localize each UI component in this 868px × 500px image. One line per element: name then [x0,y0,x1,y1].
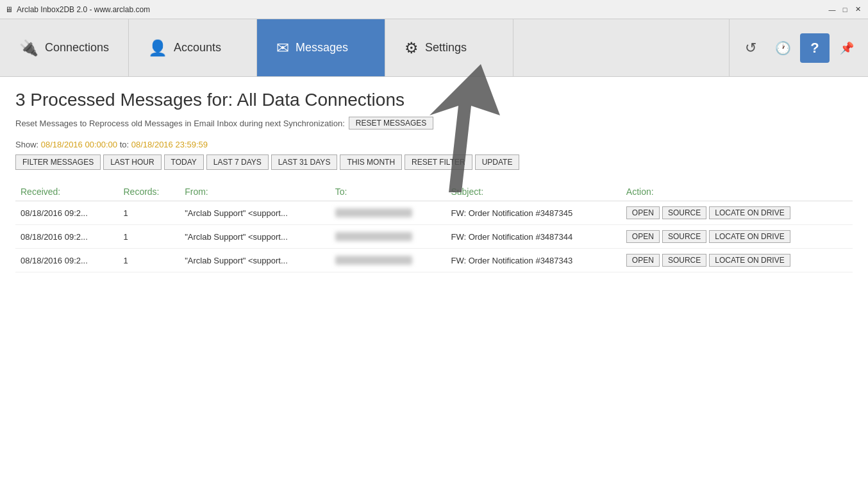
page-title: 3 Processed Messages for: All Data Conne… [15,90,853,110]
col-received: Received: [15,183,118,201]
cell-actions-2: OPENSOURCELOCATE ON DRIVE [621,249,853,272]
open-button-1[interactable]: OPEN [626,230,660,243]
reset-messages-button[interactable]: RESET MESSAGES [349,117,433,129]
tab-messages[interactable]: ✉ Messages [257,19,385,76]
close-button[interactable]: ✕ [853,4,863,15]
tab-messages-label: Messages [296,41,348,54]
last-hour-button[interactable]: LAST HOUR [103,154,161,170]
table-row: 08/18/2016 09:2...1"Arclab Support" <sup… [15,201,853,225]
tab-accounts[interactable]: 👤 Accounts [129,19,257,76]
cell-to-1: hidden@email.com [330,225,446,249]
restore-button[interactable]: □ [840,4,850,15]
date-to: 08/18/2016 23:59:59 [131,140,208,149]
messages-table: Received: Records: From: To: Subject: Ac… [15,183,853,272]
tab-connections[interactable]: 🔌 Connections [0,19,129,76]
titlebar: 🖥 Arclab Inbox2DB 2.0 - www.arclab.com —… [0,0,868,19]
tab-connections-label: Connections [45,41,109,54]
main-toolbar: 🔌 Connections 👤 Accounts ✉ Messages ⚙ Se… [0,19,868,77]
show-label: Show: [15,140,38,149]
cell-to-2: hidden@email.com [330,249,446,272]
cell-records-0[interactable]: 1 [118,201,179,225]
source-button-1[interactable]: SOURCE [662,230,706,243]
tab-settings[interactable]: ⚙ Settings [385,19,513,76]
settings-icon: ⚙ [405,39,419,57]
locate-on-drive-button-0[interactable]: LOCATE ON DRIVE [709,206,790,219]
filter-messages-button[interactable]: FILTER MESSAGES [15,154,101,170]
cell-from-1: "Arclab Support" <support... [179,225,330,249]
date-range-line: Show: 08/18/2016 00:00:00 to: 08/18/2016… [15,140,853,149]
app-title: Arclab Inbox2DB 2.0 - www.arclab.com [17,5,150,14]
table-header-row: Received: Records: From: To: Subject: Ac… [15,183,853,201]
filter-bar: FILTER MESSAGES LAST HOUR TODAY LAST 7 D… [15,154,853,170]
cell-records-2[interactable]: 1 [118,249,179,272]
minimize-button[interactable]: — [827,4,837,15]
cell-to-0: hidden@email.com [330,201,446,225]
col-records: Records: [118,183,179,201]
cell-from-2: "Arclab Support" <support... [179,249,330,272]
toolbar-action-group: ↺ 🕐 ? 📌 [729,19,868,76]
help-button[interactable]: ? [800,33,830,63]
main-content: 3 Processed Messages for: All Data Conne… [0,77,868,500]
this-month-button[interactable]: THIS MONTH [340,154,402,170]
source-button-0[interactable]: SOURCE [662,206,706,219]
tab-settings-label: Settings [425,41,467,54]
update-button[interactable]: UPDATE [475,154,520,170]
locate-on-drive-button-2[interactable]: LOCATE ON DRIVE [709,254,790,267]
cell-subject-0: FW: Order Notification #3487345 [446,201,621,225]
table-row: 08/18/2016 09:2...1"Arclab Support" <sup… [15,249,853,272]
sync-button[interactable]: ↺ [736,33,765,63]
reset-filter-button[interactable]: RESET FILTER [405,154,472,170]
locate-on-drive-button-1[interactable]: LOCATE ON DRIVE [709,230,790,243]
connections-icon: 🔌 [19,39,38,57]
cell-records-1[interactable]: 1 [118,225,179,249]
app-icon: 🖥 [5,5,13,14]
cell-actions-1: OPENSOURCELOCATE ON DRIVE [621,225,853,248]
today-button[interactable]: TODAY [164,154,204,170]
cell-received-0: 08/18/2016 09:2... [15,201,118,225]
cell-subject-1: FW: Order Notification #3487344 [446,225,621,249]
reset-line: Reset Messages to Reprocess old Messages… [15,117,853,129]
col-action: Action: [621,183,853,201]
col-from: From: [179,183,330,201]
cell-from-0: "Arclab Support" <support... [179,201,330,225]
window-controls: — □ ✕ [827,4,863,15]
pin-button[interactable]: 📌 [832,33,862,63]
accounts-icon: 👤 [148,39,167,57]
last-31-days-button[interactable]: LAST 31 DAYS [271,154,338,170]
messages-icon: ✉ [276,39,289,57]
reset-description: Reset Messages to Reprocess old Messages… [15,119,345,128]
last-7-days-button[interactable]: LAST 7 DAYS [206,154,269,170]
col-to: To: [330,183,446,201]
to-label: to: [120,140,129,149]
cell-received-2: 08/18/2016 09:2... [15,249,118,272]
open-button-2[interactable]: OPEN [626,254,660,267]
cell-subject-2: FW: Order Notification #3487343 [446,249,621,272]
source-button-2[interactable]: SOURCE [662,254,706,267]
open-button-0[interactable]: OPEN [626,206,660,219]
date-from: 08/18/2016 00:00:00 [41,140,117,149]
history-button[interactable]: 🕐 [768,33,797,63]
col-subject: Subject: [446,183,621,201]
cell-received-1: 08/18/2016 09:2... [15,225,118,249]
cell-actions-0: OPENSOURCELOCATE ON DRIVE [621,201,853,224]
titlebar-title: 🖥 Arclab Inbox2DB 2.0 - www.arclab.com [5,5,150,14]
table-row: 08/18/2016 09:2...1"Arclab Support" <sup… [15,225,853,249]
tab-accounts-label: Accounts [174,41,221,54]
